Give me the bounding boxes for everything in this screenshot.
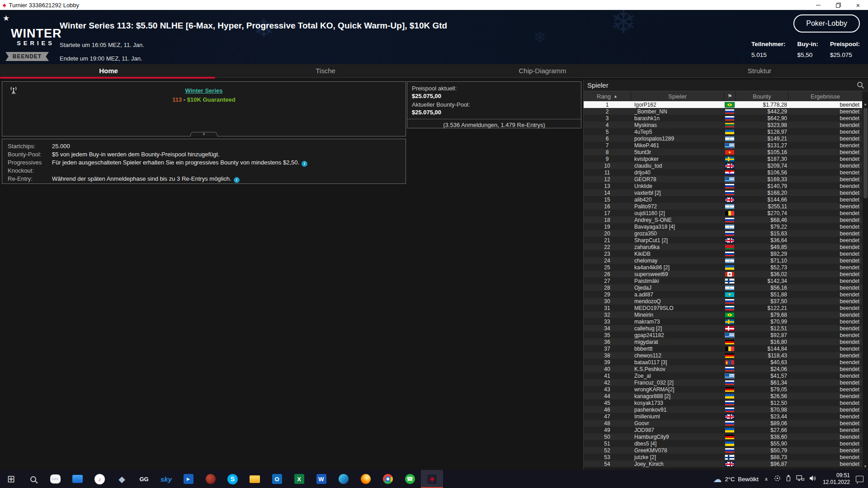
player-row[interactable]: 34callehug [2]$12,51beendet — [584, 325, 862, 332]
column-header-flag[interactable]: ⚑ — [724, 91, 736, 101]
info-icon[interactable]: i — [234, 177, 240, 183]
player-row[interactable]: 25ka4an4ik86 [2]$52,73beendet — [584, 264, 862, 271]
player-row[interactable]: 6porlospalos1289$149,21beendet — [584, 135, 862, 142]
teams-icon[interactable] — [774, 475, 781, 483]
player-row[interactable]: 4Myskinas$323,98beendet — [584, 122, 862, 128]
player-row[interactable]: 19Bavayaga318 [4]$79,22beendet — [584, 223, 862, 230]
taskbar-weather[interactable]: ☁ 2°C Bewölkt — [713, 474, 759, 484]
pokerstars-taskbar-icon[interactable]: ♠ — [421, 470, 443, 488]
player-row[interactable]: 10claudiu_tod$209,74beendet — [584, 162, 862, 169]
player-row[interactable]: 2_Bomber_NN$442,29beendet — [584, 108, 862, 115]
player-row[interactable]: 51dbes5 [4]$55,90beendet — [584, 440, 862, 447]
player-row[interactable]: 85tunt3r$105,16beendet — [584, 149, 862, 155]
taskbar-clock[interactable]: 09:51 12.01.2022 — [823, 472, 850, 486]
player-row[interactable]: 46pashenkov91$70,98beendet — [584, 406, 862, 413]
whatsapp-taskbar-icon[interactable]: ☎ — [399, 470, 421, 488]
close-button[interactable]: × — [848, 0, 868, 10]
player-row[interactable]: 38chewos112$118,43beendet — [584, 352, 862, 359]
collapse-panel-handle[interactable]: ∧ — [190, 132, 217, 136]
info-icon[interactable]: i — [302, 161, 307, 167]
search-icon[interactable] — [857, 81, 864, 89]
usb-icon[interactable] — [786, 474, 791, 483]
itunes-taskbar-icon[interactable]: ♪ — [89, 470, 111, 488]
explorer-taskbar-icon[interactable] — [244, 470, 266, 488]
player-row[interactable]: 45kosyak1733$12,50beendet — [584, 399, 862, 406]
tab-home[interactable]: Home — [0, 64, 217, 77]
player-row[interactable]: 9kvistpoker$187,30beendet — [584, 155, 862, 162]
player-row[interactable]: 24chelomay$71,10beendet — [584, 257, 862, 264]
player-row[interactable]: 33makram73$70,99beendet — [584, 318, 862, 325]
player-row[interactable]: 23KikiDB$92,29beendet — [584, 250, 862, 257]
player-row[interactable]: 30mendozoQ$37,50beendet — [584, 298, 862, 305]
movies-taskbar-icon[interactable]: ▶ — [177, 470, 199, 488]
excel-taskbar-icon[interactable]: X — [288, 470, 310, 488]
player-row[interactable]: 20groza350$15,63beendet — [584, 230, 862, 237]
column-header-rank[interactable]: Rang▲ — [584, 91, 631, 101]
player-row[interactable]: 16Palito972$255,11beendet — [584, 203, 862, 210]
minimize-button[interactable] — [808, 0, 828, 10]
start-taskbar-icon[interactable]: ⊞ — [0, 470, 22, 488]
tab-tische[interactable]: Tische — [217, 64, 434, 77]
scroll-up-icon[interactable]: ▲ — [863, 101, 868, 108]
chrome-taskbar-icon[interactable] — [377, 470, 399, 488]
player-row[interactable]: 41Zoe_al$41,57beendet — [584, 372, 862, 379]
player-row[interactable]: 35gpap241182$92,87beendet — [584, 332, 862, 338]
players-scrollbar[interactable]: ▲ ▼ — [862, 101, 868, 470]
skype-taskbar-icon[interactable]: S — [222, 470, 244, 488]
network-icon[interactable] — [796, 475, 804, 483]
player-row[interactable]: 17oujdi1160 [2]$270,74beendet — [584, 210, 862, 216]
edge-taskbar-icon[interactable] — [332, 470, 354, 488]
player-row[interactable]: 21SharpCut1 [2]$36,64beendet — [584, 237, 862, 244]
gg-taskbar-icon[interactable]: GG — [133, 470, 155, 488]
scrollbar-thumb[interactable] — [863, 108, 868, 198]
player-row[interactable]: 53jutzke [2]$88,73beendet — [584, 454, 862, 460]
player-row[interactable]: 14vaxterbl [2]$168,20beendet — [584, 189, 862, 196]
chat-taskbar-icon[interactable]: ··· — [44, 470, 66, 488]
firefox-taskbar-icon[interactable] — [354, 470, 377, 488]
player-row[interactable]: 29a.adil87$51,88beendet — [584, 291, 862, 298]
player-row[interactable]: 52GreeKMV078$50,79beendet — [584, 447, 862, 454]
tab-chip-diagramm[interactable]: Chip-Diagramm — [434, 64, 651, 77]
player-row[interactable]: 11drljo40$106,56beendet — [584, 169, 862, 176]
player-row[interactable]: 49JOD987$27,66beendet — [584, 427, 862, 433]
folder-taskbar-icon[interactable] — [66, 470, 89, 488]
player-row[interactable]: 44kanagor888 [2]$26,56beendet — [584, 393, 862, 399]
outlook-taskbar-icon[interactable]: O — [266, 470, 288, 488]
winter-series-link[interactable]: Winter Series — [185, 87, 223, 94]
player-row[interactable]: 40K.S.Peshkov$24,06beendet — [584, 366, 862, 372]
player-row[interactable]: 54Joey_Kinich$96,87beendet — [584, 460, 862, 467]
player-row[interactable]: 7MikeP.461$131,27beendet — [584, 142, 862, 149]
player-row[interactable]: 48Goovr$89,06beendet — [584, 420, 862, 427]
volume-icon[interactable] — [809, 475, 817, 483]
column-header-player[interactable]: Spieler — [631, 91, 724, 101]
column-header-bounty[interactable]: Bounty — [736, 91, 788, 101]
player-row[interactable]: 39bataa0117 [3]$40,63beendet — [584, 359, 862, 366]
player-row[interactable]: 12GEOR78$169,33beendet — [584, 176, 862, 183]
player-row[interactable]: 54uTep5$128,97beendet — [584, 128, 862, 135]
player-row[interactable]: 42Francuz_032 [2]$61,34beendet — [584, 379, 862, 386]
player-row[interactable]: 15alib420$144,66beendet — [584, 196, 862, 203]
search-taskbar-icon[interactable] — [22, 470, 44, 488]
column-header-results[interactable]: Ergebnisse — [788, 91, 862, 101]
player-row[interactable]: 36migydarat$16,80beendet — [584, 338, 862, 345]
player-row[interactable]: 1IgorP162$1.778,28beendet — [584, 101, 862, 108]
hidden-icons-chevron[interactable]: ∧ — [764, 476, 768, 482]
word-taskbar-icon[interactable]: W — [310, 470, 332, 488]
player-row[interactable]: 32Mineirin$79,68beendet — [584, 311, 862, 318]
player-row[interactable]: 26supersweet69$36,02beendet — [584, 271, 862, 277]
player-row[interactable]: 37bbberttt$144,84beendet — [584, 345, 862, 352]
player-row[interactable]: 43wrongKARMA[2]$79,05beendet — [584, 386, 862, 393]
player-row[interactable]: 3barashk1n$642,90beendet — [584, 115, 862, 122]
diamond-taskbar-icon[interactable]: ◆ — [111, 470, 133, 488]
player-row[interactable]: 47Imilleniuml$23,44beendet — [584, 413, 862, 420]
scroll-down-icon[interactable]: ▼ — [863, 464, 868, 470]
player-row[interactable]: 18Andrey_S-ONE$68,46beendet — [584, 216, 862, 223]
poker-lobby-button[interactable]: Poker-Lobby — [793, 14, 860, 33]
restore-button[interactable] — [828, 0, 848, 10]
player-row[interactable]: 31MEDO1979SLO$122,21beendet — [584, 305, 862, 311]
tab-struktur[interactable]: Struktur — [651, 64, 868, 77]
player-row[interactable]: 27Paistimäki$142,34beendet — [584, 277, 862, 284]
player-row[interactable]: 22zaharu6ka$49,85beendet — [584, 244, 862, 250]
sky-taskbar-icon[interactable]: sky — [155, 470, 177, 488]
redapp-taskbar-icon[interactable] — [199, 470, 222, 488]
